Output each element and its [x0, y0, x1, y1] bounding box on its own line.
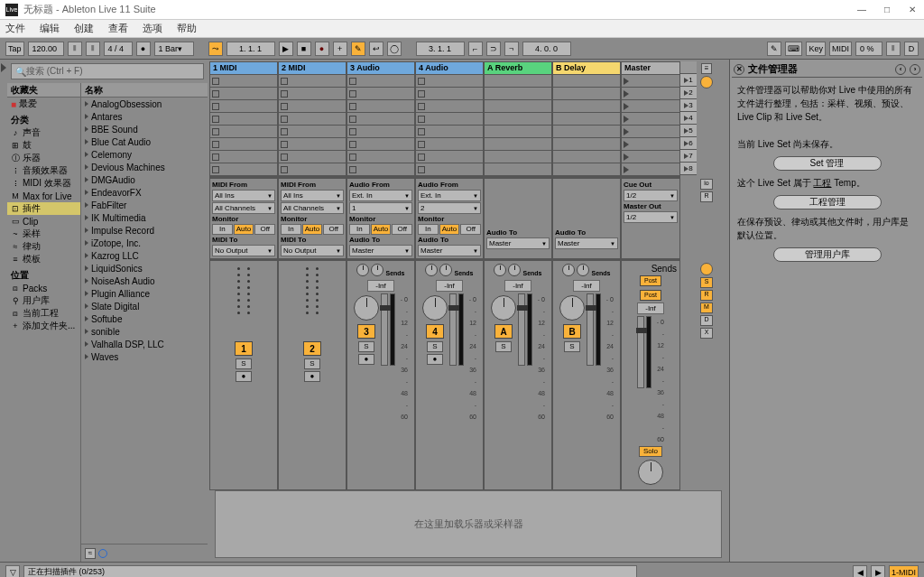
minimize-button[interactable]: — — [855, 5, 868, 14]
midi-track-indicator[interactable]: 1-MIDI — [889, 565, 919, 578]
loop-button[interactable]: ⊃ — [486, 42, 501, 56]
pan-knob[interactable] — [559, 295, 585, 321]
browser-item[interactable]: IK Multimedia — [81, 211, 208, 224]
browser-item[interactable]: Plugin Alliance — [81, 287, 208, 300]
browser-collapse-icon[interactable] — [1, 63, 6, 72]
category-声音[interactable]: ♪声音 — [7, 126, 80, 139]
stop-button[interactable]: ■ — [297, 42, 311, 56]
browser-item[interactable]: Celemony — [81, 148, 208, 161]
scene-2[interactable]: 2 — [680, 87, 697, 99]
capture-button[interactable]: ◯ — [387, 42, 402, 56]
crossfade-toggle[interactable]: X — [700, 328, 713, 339]
follow-button[interactable]: ⤳ — [208, 42, 223, 56]
clip-slot[interactable] — [485, 100, 551, 113]
favorites-item[interactable]: ■最爱 — [7, 98, 80, 110]
track-delay-toggle[interactable]: D — [700, 315, 713, 326]
clip-slot[interactable] — [347, 88, 414, 100]
volume-fader[interactable] — [587, 293, 594, 366]
scene-8[interactable]: 8 — [680, 163, 697, 175]
status-prev-button[interactable]: ◀ — [853, 565, 867, 578]
audio-from-select[interactable]: Ext. In — [418, 190, 481, 201]
browser-item[interactable]: Devious Machines — [81, 161, 208, 173]
project-manage-button[interactable]: 工程管理 — [773, 195, 882, 209]
clip-slot[interactable] — [210, 100, 277, 113]
clip-slot[interactable] — [279, 113, 346, 126]
search-input[interactable]: 🔍 搜索 (Ctrl + F) — [11, 63, 204, 79]
clip-slot[interactable] — [485, 126, 551, 138]
scene-stop[interactable] — [622, 126, 679, 138]
disk-overload-button[interactable]: D — [904, 42, 919, 56]
mixer-toggle[interactable]: M — [700, 302, 713, 313]
send-b-knob[interactable] — [577, 264, 589, 276]
crossfade-icon[interactable]: ≡ — [701, 63, 712, 74]
category-模板[interactable]: ≡模板 — [7, 253, 80, 265]
volume-db[interactable]: -Inf — [367, 280, 394, 292]
solo-button[interactable]: S — [564, 341, 580, 352]
session-record-indicator[interactable] — [700, 76, 713, 88]
browser-item[interactable]: Kazrog LLC — [81, 249, 208, 262]
clip-slot[interactable] — [279, 163, 346, 176]
clip-slot[interactable] — [210, 163, 277, 176]
post-send-b[interactable]: Post — [640, 290, 661, 301]
scene-stop[interactable] — [622, 163, 679, 176]
scene-stop[interactable] — [622, 151, 679, 163]
prev-panel-icon[interactable]: ‹ — [895, 64, 906, 75]
clip-slot[interactable] — [553, 88, 620, 100]
record-button[interactable]: ● — [315, 42, 329, 56]
browser-item[interactable]: Blue Cat Audio — [81, 135, 208, 148]
clip-slot[interactable] — [416, 100, 483, 113]
solo-button[interactable]: S — [304, 358, 320, 369]
clip-slot[interactable] — [210, 138, 277, 151]
volume-db[interactable]: -Inf — [436, 280, 463, 292]
browser-item[interactable]: DMGAudio — [81, 173, 208, 186]
arm-button[interactable]: ● — [236, 371, 252, 382]
metronome-button[interactable]: ● — [136, 42, 151, 56]
clip-slot[interactable] — [347, 163, 414, 176]
browser-item[interactable]: Impulse Record — [81, 224, 208, 237]
clip-slot[interactable] — [279, 126, 346, 138]
midi-to-select[interactable]: No Output — [212, 245, 275, 256]
punch-out-button[interactable]: ¬ — [504, 42, 519, 56]
location-当前工程[interactable]: ⧈当前工程 — [7, 307, 80, 320]
send-b-knob[interactable] — [508, 264, 521, 276]
browser-item[interactable]: BBE Sound — [81, 123, 208, 135]
scene-stop[interactable] — [622, 138, 679, 151]
master-fader[interactable] — [637, 316, 644, 388]
volume-fader[interactable] — [449, 293, 457, 366]
category-乐器[interactable]: Ⓘ乐器 — [7, 152, 80, 164]
arm-button[interactable]: ● — [358, 354, 374, 365]
scene-1[interactable]: 1 — [680, 74, 697, 87]
clip-slot[interactable] — [553, 113, 620, 126]
cue-volume-knob[interactable] — [638, 460, 663, 485]
clip-slot[interactable] — [416, 113, 483, 126]
browser-item[interactable]: FabFilter — [81, 199, 208, 211]
clip-slot[interactable] — [416, 75, 483, 88]
send-a-knob[interactable] — [494, 264, 506, 276]
preview-icon[interactable] — [98, 549, 107, 558]
scene-3[interactable]: 3 — [680, 99, 697, 112]
track-header[interactable]: 3 Audio — [347, 62, 414, 75]
clip-slot[interactable] — [347, 113, 414, 126]
category-鼓[interactable]: ⊞鼓 — [7, 139, 80, 152]
volume-db[interactable]: -Inf — [504, 280, 531, 292]
clip-slot[interactable] — [485, 88, 551, 100]
category-音频效果器[interactable]: ⫶音频效果器 — [7, 164, 80, 177]
browser-item[interactable]: Antares — [81, 110, 208, 123]
expand-indicator-1[interactable] — [700, 263, 713, 275]
tempo-nudge-down[interactable]: ⦀ — [68, 42, 82, 56]
category-采样[interactable]: ~采样 — [7, 228, 80, 240]
category-Clip[interactable]: ▭Clip — [7, 215, 80, 228]
master-out-select[interactable]: 1/2 — [624, 211, 678, 223]
status-next-button[interactable]: ▶ — [871, 565, 885, 578]
menu-帮助[interactable]: 帮助 — [177, 22, 197, 35]
send-a-knob[interactable] — [562, 264, 575, 276]
clip-slot[interactable] — [416, 151, 483, 163]
tap-tempo-button[interactable]: Tap — [5, 42, 24, 56]
volume-db[interactable]: -Inf — [573, 280, 600, 292]
reenable-automation-button[interactable]: ↩ — [369, 42, 383, 56]
clip-slot[interactable] — [553, 138, 620, 151]
scene-stop[interactable] — [622, 88, 679, 100]
send-a-knob[interactable] — [356, 264, 369, 276]
audio-to-select[interactable]: Master — [486, 237, 550, 249]
browser-item[interactable]: NoiseAsh Audio — [81, 275, 208, 287]
